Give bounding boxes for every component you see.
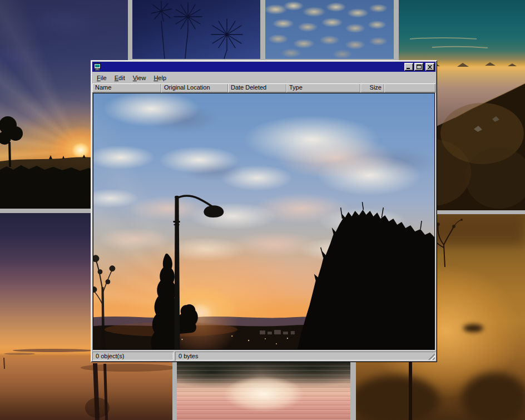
status-total-size: 0 bytes: [175, 352, 435, 360]
status-total-size-text: 0 bytes: [179, 353, 198, 359]
column-headers: Name Original Location Date Deleted Type…: [92, 83, 435, 92]
cypress-tree-silhouette: [151, 254, 179, 349]
background-photo-dried-flowers: [132, 0, 260, 59]
column-header-name[interactable]: Name: [92, 83, 161, 92]
list-view[interactable]: [92, 92, 435, 350]
menu-file[interactable]: File: [93, 73, 111, 82]
menu-view[interactable]: View: [129, 73, 150, 82]
close-button[interactable]: [425, 63, 434, 71]
column-header-size[interactable]: Size: [360, 83, 384, 92]
desktop: File Edit View Help Name Original Locati…: [0, 0, 525, 420]
column-header-original-location[interactable]: Original Location: [161, 83, 228, 92]
computer-icon: [93, 63, 101, 71]
menu-help[interactable]: Help: [150, 73, 170, 82]
umbel-flower-silhouettes: [132, 0, 260, 59]
recycle-bin-window: File Edit View Help Name Original Locati…: [91, 60, 437, 362]
minimize-icon: [407, 65, 411, 69]
list-view-sunset-wallpaper: [93, 93, 434, 349]
status-bar: 0 object(s) 0 bytes: [92, 350, 435, 360]
column-header-type[interactable]: Type: [286, 83, 360, 92]
maximize-icon: [417, 65, 422, 69]
menu-bar: File Edit View Help: [92, 72, 435, 83]
close-icon: [428, 65, 432, 69]
resize-grip[interactable]: [428, 353, 435, 360]
background-photo-altocumulus-sky: [265, 0, 394, 59]
right-trees-silhouette: [298, 210, 434, 349]
minimize-button[interactable]: [404, 63, 413, 71]
column-header-date-deleted[interactable]: Date Deleted: [228, 83, 286, 92]
status-object-count: 0 object(s): [92, 352, 174, 360]
maximize-button[interactable]: [414, 63, 423, 71]
title-bar[interactable]: [92, 62, 435, 72]
column-header-blank[interactable]: [384, 83, 435, 92]
menu-edit[interactable]: Edit: [111, 73, 129, 82]
sunset-photo-silhouettes: [93, 93, 434, 349]
